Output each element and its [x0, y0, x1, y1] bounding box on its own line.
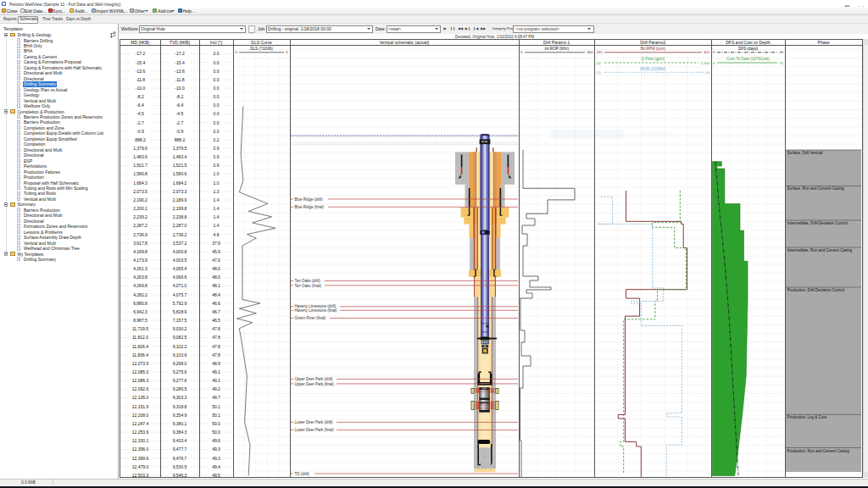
svg-text:Surface, Drill Vertical: Surface, Drill Vertical	[787, 151, 823, 155]
svg-text:Bit RPM (rpm): Bit RPM (rpm)	[641, 47, 666, 51]
svg-text:Drill Params2: Drill Params2	[640, 40, 665, 45]
svg-text:0.0: 0.0	[214, 60, 220, 65]
svg-text:47.8: 47.8	[212, 352, 220, 358]
svg-text:DLS (°/100ft): DLS (°/100ft)	[250, 47, 273, 51]
svg-text:11,826.4: 11,826.4	[132, 344, 148, 349]
svg-text:9,380.1: 9,380.1	[173, 421, 187, 426]
svg-text:12,085.0: 12,085.0	[132, 369, 149, 374]
svg-text:-17.2: -17.2	[175, 51, 185, 56]
svg-text:49.3: 49.3	[212, 446, 220, 452]
svg-text:5,828.9: 5,828.9	[173, 309, 187, 314]
svg-text:2,736.9: 2,736.9	[133, 232, 147, 237]
svg-text:180: 180	[597, 50, 604, 54]
svg-text:9,277.6: 9,277.6	[173, 378, 187, 383]
svg-text:Green River (final): Green River (final)	[295, 316, 326, 320]
svg-text:9,546.3: 9,546.3	[173, 473, 187, 478]
svg-text:0.0: 0.0	[214, 69, 220, 74]
svg-text:9,030.2: 9,030.2	[173, 326, 187, 331]
svg-text:11,719.5: 11,719.5	[132, 326, 148, 331]
svg-text:49.1: 49.1	[212, 369, 220, 374]
svg-text:1,100: 1,100	[701, 61, 710, 65]
svg-text:4,065.4: 4,065.4	[173, 266, 187, 271]
svg-text:0.0: 0.0	[214, 111, 220, 116]
svg-text:1,379.5: 1,379.5	[173, 146, 187, 151]
svg-text:50.0: 50.0	[212, 430, 220, 435]
svg-text:4,173.9: 4,173.9	[133, 258, 147, 263]
svg-text:2,190.2: 2,190.2	[133, 197, 147, 202]
svg-text:2,238.8: 2,238.8	[173, 214, 187, 219]
svg-text:Surface, Run and Cement Casing: Surface, Run and Cement Casing	[787, 186, 845, 191]
svg-text:(1): (1)	[597, 70, 602, 75]
svg-text:1,379.6: 1,379.6	[133, 146, 147, 151]
svg-text:Vertical schematic (actual): Vertical schematic (actual)	[380, 40, 430, 45]
svg-text:0.2: 0.2	[214, 137, 220, 142]
svg-text:1.0: 1.0	[214, 171, 220, 176]
svg-text:1,684.2: 1,684.2	[173, 180, 187, 186]
svg-text:4,000.8: 4,000.8	[173, 249, 187, 254]
svg-text:MD (ftKB): MD (ftKB)	[131, 40, 149, 45]
svg-text:2,736.2: 2,736.2	[173, 232, 187, 237]
svg-text:5,792.9: 5,792.9	[173, 301, 187, 306]
svg-text:9,102.2: 9,102.2	[173, 344, 187, 349]
svg-text:-10.0: -10.0	[175, 86, 185, 91]
svg-text:49.7: 49.7	[212, 395, 220, 400]
svg-text:12,135.0: 12,135.0	[132, 395, 149, 400]
svg-text:2,287.0: 2,287.0	[173, 223, 187, 228]
svg-text:1.4: 1.4	[214, 206, 220, 211]
svg-text:12,399.6: 12,399.6	[132, 456, 149, 461]
svg-text:9,476.7: 9,476.7	[173, 456, 187, 461]
svg-text:0.9: 0.9	[214, 163, 220, 168]
svg-text:1,521.5: 1,521.5	[173, 163, 187, 168]
svg-text:4,282.2: 4,282.2	[133, 292, 147, 297]
svg-text:DFS and Cost vs Depth: DFS and Cost vs Depth	[726, 40, 771, 45]
svg-text:0.0: 0.0	[214, 51, 220, 56]
svg-text:0: 0	[713, 61, 715, 65]
svg-text:47.0: 47.0	[212, 258, 220, 263]
svg-text:46.6: 46.6	[212, 301, 220, 306]
svg-text:1,483.6: 1,483.6	[133, 154, 147, 159]
svg-text:Cum To Date (10^6Cost): Cum To Date (10^6Cost)	[726, 57, 770, 61]
svg-text:12,073.5: 12,073.5	[132, 361, 149, 366]
svg-text:12,330.1: 12,330.1	[132, 438, 149, 443]
svg-text:-15.4: -15.4	[136, 60, 146, 65]
svg-text:0: 0	[520, 50, 523, 54]
svg-text:-11.8: -11.8	[136, 77, 145, 82]
svg-text:4,003.5: 4,003.5	[173, 258, 187, 263]
svg-text:49.6: 49.6	[212, 438, 220, 443]
svg-text:0.0: 0.0	[214, 103, 220, 108]
svg-text:4,071.0: 4,071.0	[173, 283, 187, 288]
svg-text:Upper Deer Park (final): Upper Deer Park (final)	[295, 382, 335, 386]
svg-text:Q Flow (gpm): Q Flow (gpm)	[641, 57, 665, 61]
svg-text:1,684.3: 1,684.3	[133, 180, 147, 186]
svg-text:49.4: 49.4	[212, 464, 220, 469]
svg-text:300: 300	[587, 50, 594, 54]
svg-text:Haverty Limestone (final): Haverty Limestone (final)	[295, 308, 338, 313]
svg-text:9,082.5: 9,082.5	[173, 335, 187, 340]
svg-text:0: 0	[713, 50, 715, 54]
svg-text:12,208.0: 12,208.0	[132, 413, 149, 418]
svg-text:9,318.8: 9,318.8	[173, 404, 187, 409]
svg-text:4,075.7: 4,075.7	[173, 292, 187, 297]
svg-text:-17.2: -17.2	[136, 51, 146, 56]
svg-text:50.1: 50.1	[212, 413, 220, 418]
svg-text:2,239.2: 2,239.2	[133, 214, 147, 219]
svg-text:48.9: 48.9	[212, 361, 220, 366]
svg-text:9,280.5: 9,280.5	[173, 386, 187, 391]
svg-text:48.1: 48.1	[212, 283, 220, 288]
svg-text:11,812.0: 11,812.0	[132, 335, 148, 340]
svg-text:45.9: 45.9	[212, 249, 220, 254]
svg-text:-0.9: -0.9	[136, 129, 144, 134]
svg-text:-2.7: -2.7	[176, 120, 184, 125]
svg-text:11,836.4: 11,836.4	[132, 352, 148, 358]
svg-text:4,263.8: 4,263.8	[133, 274, 147, 280]
svg-text:0.0: 0.0	[214, 77, 220, 82]
svg-text:0.9: 0.9	[214, 154, 220, 159]
svg-text:9,275.6: 9,275.6	[173, 369, 187, 374]
svg-text:4.8: 4.8	[214, 232, 220, 237]
svg-text:4,169.8: 4,169.8	[133, 249, 147, 254]
svg-text:50.1: 50.1	[212, 404, 220, 409]
svg-text:Ten Oaks (drill): Ten Oaks (drill)	[295, 279, 321, 283]
svg-text:47.8: 47.8	[212, 335, 220, 340]
svg-text:12,092.6: 12,092.6	[132, 386, 149, 391]
svg-text:47.8: 47.8	[212, 344, 220, 349]
